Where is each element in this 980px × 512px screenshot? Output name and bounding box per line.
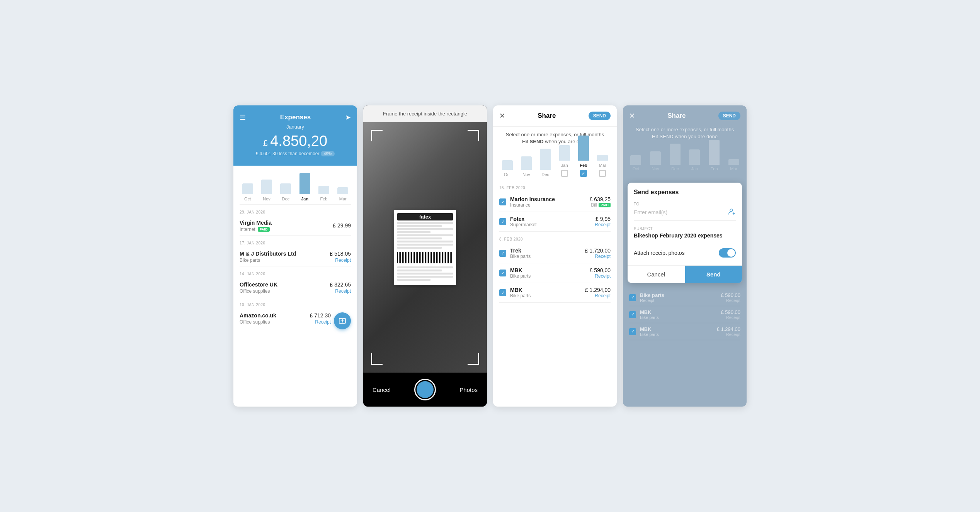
month-checkbox-mar[interactable] [599,170,606,177]
expense-type: Receipt [330,258,351,263]
receipt-line [397,222,453,224]
share-chart-col-mar[interactable]: Mar [593,155,612,177]
send-bg-cat-3: Bike parts [640,332,713,337]
send-bg-type-1: Receipt [721,298,740,303]
expense-checkbox-3[interactable] [499,250,506,257]
expense-checkbox-2[interactable] [499,218,506,225]
send-bg-name-3: MBK [640,326,713,332]
chart-bar-feb [318,186,329,194]
send-cancel-button[interactable]: Cancel [628,266,685,283]
expense-type-5: Receipt [585,293,611,298]
share-header: ✕ Share SEND [493,105,617,127]
expense-checkbox-5[interactable] [499,289,506,296]
menu-icon[interactable]: ☰ [240,113,246,122]
send-bg-check-2 [629,311,636,318]
expense-cat-5: Bike parts [510,293,581,298]
list-item: MBK Bike parts £ 590,00 Receipt [629,306,740,323]
share-chart-col-oct[interactable]: Oct [498,160,517,177]
list-item[interactable]: MBK Bike parts £ 1.294,00 Receipt [499,283,611,303]
chart-col-jan[interactable]: Jan [295,173,314,201]
share-subtitle: Select one or more expenses, or full mon… [493,127,617,145]
add-expense-button[interactable] [334,312,351,329]
chart-label-feb: Feb [320,197,327,201]
expense-name: Amazon.co.uk [240,312,276,319]
list-item[interactable]: Føtex Supermarket £ 9,95 Receipt [499,212,611,232]
subject-value[interactable]: Bikeshop February 2020 expenses [634,232,736,242]
expenses-month: January [240,124,351,130]
send-bg-cat-1: Receipt [640,298,717,303]
share-close-button[interactable]: ✕ [499,112,505,120]
send-bg-name-2: MBK [640,309,717,315]
send-icon[interactable]: ➤ [345,113,351,122]
share-label-oct: Oct [504,172,510,177]
share-chart-bars: Oct Nov Dec Jan Feb ✓ [496,150,614,177]
month-checkbox-feb[interactable]: ✓ [580,170,587,177]
screen-share: ✕ Share SEND Select one or more expenses… [493,105,617,407]
add-contact-icon[interactable] [728,208,736,217]
share-bar-dec [540,149,551,170]
chart-container: Oct Nov Dec Jan Feb [233,166,357,201]
corner-tl [371,130,383,141]
to-field[interactable]: Enter email(s) [634,208,736,220]
camera-instruction: Frame the receipt inside the rectangle [363,105,487,122]
send-bg-amount-1: £ 590,00 [721,292,740,298]
share-chart-col-feb[interactable]: Feb ✓ [574,136,593,177]
chart-col-nov[interactable]: Nov [257,180,276,201]
camera-shutter-button[interactable] [414,379,436,400]
send-button[interactable]: SEND [589,112,611,120]
camera-bottom-bar: Cancel Photos [363,373,487,407]
expense-paid-1: PAID [599,203,611,207]
send-overlay-send-button[interactable]: SEND [718,112,740,120]
expenses-subtitle: £ 4.601,30 less than december 49% [240,151,351,156]
month-checkbox-jan[interactable] [561,170,568,177]
table-row[interactable]: Officestore UK Office supplies £ 322,65 … [240,278,351,297]
expense-checkbox-1[interactable] [499,198,506,205]
list-item: Bike parts Receipt £ 590,00 Receipt [629,289,740,306]
expense-amount-1: £ 639,25 [590,196,611,202]
expense-cat-4: Bike parts [510,273,586,279]
share-date-1: 15. FEB 2020 [499,180,611,192]
table-row[interactable]: Amazon.co.uk Office supplies £ 712,30 Re… [240,309,351,328]
expense-amount: £ 322,65 [330,281,351,288]
share-bar-feb [578,136,589,161]
expenses-title: Expenses [280,114,311,121]
table-row[interactable]: Virgin Media Internet PAID £ 29,99 [240,217,351,236]
chart-col-dec[interactable]: Dec [276,183,295,201]
expense-name-4: MBK [510,267,586,273]
camera-shutter-inner [417,381,434,398]
expense-amount: £ 712,30 [310,312,331,319]
list-item[interactable]: Marlon Insurance Insurance £ 639,25 Bill… [499,192,611,212]
screen-send-dialog: ✕ Share SEND Select one or more expenses… [623,105,747,407]
expense-name: M & J Distributors Ltd [240,251,296,257]
camera-cancel-button[interactable]: Cancel [373,387,391,393]
send-bg-amount-2: £ 590,00 [721,309,740,315]
send-overlay-header: ✕ Share SEND [623,105,747,126]
list-item[interactable]: Trek Bike parts £ 1.720,00 Receipt [499,244,611,263]
share-label-feb: Feb [580,163,587,168]
send-bg-check-1 [629,294,636,301]
expense-amount: £ 29,99 [333,222,351,229]
expense-checkbox-4[interactable] [499,270,506,276]
share-chart-col-jan[interactable]: Jan [555,145,574,177]
date-header-1: 29. JAN 2020 [240,205,351,217]
paid-badge: PAID [258,227,270,232]
camera-photos-button[interactable]: Photos [459,387,478,393]
chart-col-feb[interactable]: Feb [314,186,333,201]
share-chart-col-dec[interactable]: Dec [536,149,555,177]
expense-type-2: Receipt [595,222,611,227]
screen-camera: Frame the receipt inside the rectangle f… [363,105,487,407]
share-label-mar: Mar [599,163,606,168]
receipt-preview: fatex [394,210,456,285]
expenses-amount: £ 4.850,20 [240,133,351,149]
camera-viewfinder: fatex [363,122,487,373]
send-confirm-button[interactable]: Send [685,266,742,283]
send-overlay-close-button[interactable]: ✕ [629,112,635,120]
to-label: TO [634,202,736,206]
table-row[interactable]: M & J Distributors Ltd Bike parts £ 518,… [240,248,351,266]
attach-receipts-toggle[interactable] [719,248,736,258]
chart-col-mar[interactable]: Mar [333,187,352,201]
share-chart-col-nov[interactable]: Nov [517,156,536,177]
chart-col-oct[interactable]: Oct [238,183,257,201]
list-item[interactable]: MBK Bike parts £ 590,00 Receipt [499,263,611,283]
expenses-list: 29. JAN 2020 Virgin Media Internet PAID … [233,205,357,328]
